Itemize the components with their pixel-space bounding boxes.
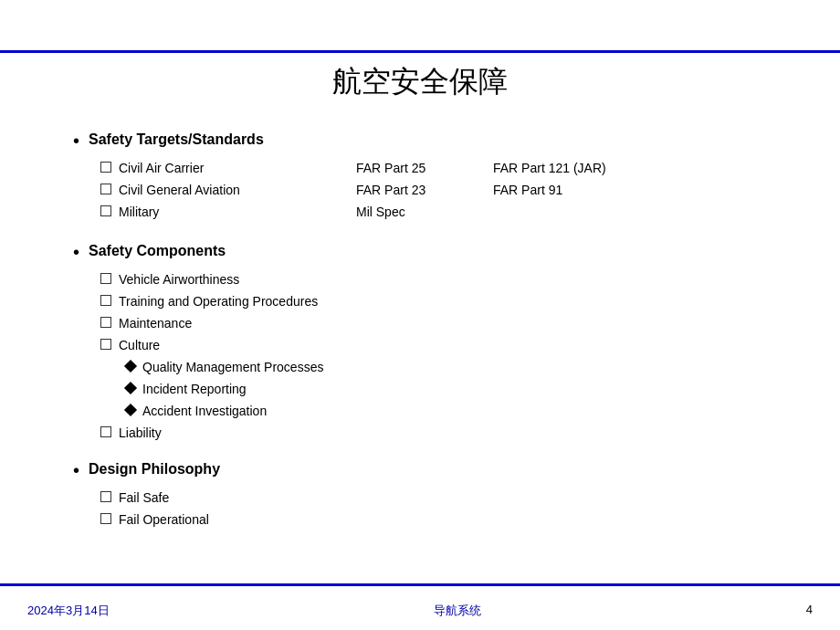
footer: 2024年3月14日 导航系统 4 (0, 603, 840, 619)
footer-date: 2024年3月14日 (27, 603, 110, 619)
military-text: Military (119, 203, 159, 222)
design-philosophy-sub-items: Fail Safe Fail Operational (100, 488, 785, 530)
vehicle-text: Vehicle Airworthiness (119, 270, 239, 289)
sub-sub-item-accident: Accident Investigation (126, 402, 785, 421)
checkbox-liability (100, 426, 111, 437)
fail-operational-text: Fail Operational (119, 510, 209, 530)
sub-item-training: Training and Operating Procedures (100, 292, 785, 311)
far-col3-empty (493, 203, 657, 222)
section-design-philosophy: • Design Philosophy Fail Safe Fail Opera… (73, 459, 785, 530)
section-safety-components: • Safety Components Vehicle Airworthines… (73, 241, 785, 443)
footer-page: 4 (806, 603, 813, 619)
sub-item-fail-safe: Fail Safe (100, 488, 785, 508)
maintenance-text: Maintenance (119, 314, 192, 333)
safety-targets-label: Safety Targets/Standards (89, 130, 264, 150)
checkbox-maintenance (100, 317, 111, 328)
accident-investigation-text: Accident Investigation (142, 402, 267, 421)
far-part-91: FAR Part 91 (493, 181, 657, 200)
civil-air-carrier-text: Civil Air Carrier (119, 159, 204, 178)
bottom-border (0, 583, 840, 586)
far-columns: Civil Air Carrier Civil General Aviation… (100, 159, 785, 225)
checkbox-training (100, 295, 111, 306)
far-col-1: Civil Air Carrier Civil General Aviation… (100, 159, 356, 225)
far-col-3: FAR Part 121 (JAR) FAR Part 91 (493, 159, 657, 225)
bullet-dot-3: • (73, 457, 79, 483)
main-content: • Safety Targets/Standards Civil Air Car… (0, 121, 840, 555)
training-text: Training and Operating Procedures (119, 292, 318, 311)
checkbox-vehicle (100, 273, 111, 284)
liability-text: Liability (119, 424, 162, 443)
safety-components-sub-items: Vehicle Airworthiness Training and Opera… (100, 270, 785, 443)
far-part-25: FAR Part 25 (356, 159, 493, 178)
sub-item-military: Military (100, 203, 356, 222)
quality-mgmt-text: Quality Management Processes (142, 358, 323, 377)
sub-item-civil-air-carrier: Civil Air Carrier (100, 159, 356, 178)
sub-item-maintenance: Maintenance (100, 314, 785, 333)
incident-reporting-text: Incident Reporting (142, 380, 247, 399)
sub-item-vehicle: Vehicle Airworthiness (100, 270, 785, 289)
diamond-icon-2 (124, 382, 137, 394)
sub-sub-item-qmp: Quality Management Processes (126, 358, 785, 377)
checkbox-civil-air (100, 162, 111, 173)
page-title: 航空安全保障 (0, 0, 840, 121)
top-border (0, 50, 840, 53)
far-part-23: FAR Part 23 (356, 181, 493, 200)
far-col-2: FAR Part 25 FAR Part 23 Mil Spec (356, 159, 493, 225)
sub-sub-item-incident: Incident Reporting (126, 380, 785, 399)
safety-components-label: Safety Components (89, 241, 226, 261)
checkbox-military (100, 205, 111, 216)
main-bullet-safety-components: • Safety Components (73, 241, 785, 265)
sub-item-civil-general: Civil General Aviation (100, 181, 356, 200)
far-part-121: FAR Part 121 (JAR) (493, 159, 657, 178)
mil-spec: Mil Spec (356, 203, 493, 222)
diamond-icon-3 (124, 404, 137, 416)
main-bullet-design-philosophy: • Design Philosophy (73, 459, 785, 483)
safety-targets-sub-items: Civil Air Carrier Civil General Aviation… (100, 159, 785, 225)
culture-sub-items: Quality Management Processes Incident Re… (126, 358, 785, 421)
bullet-dot-2: • (73, 239, 79, 265)
bullet-dot-1: • (73, 128, 79, 153)
sub-item-culture: Culture (100, 336, 785, 355)
checkbox-fail-safe (100, 491, 111, 502)
section-safety-targets: • Safety Targets/Standards Civil Air Car… (73, 130, 785, 225)
fail-safe-text: Fail Safe (119, 488, 169, 508)
checkbox-culture (100, 339, 111, 350)
checkbox-civil-general (100, 184, 111, 194)
footer-center: 导航系统 (434, 603, 481, 619)
sub-item-liability: Liability (100, 424, 785, 443)
diamond-icon-1 (124, 360, 137, 373)
main-bullet-safety-targets: • Safety Targets/Standards (73, 130, 785, 153)
culture-text: Culture (119, 336, 160, 355)
sub-item-fail-operational: Fail Operational (100, 510, 785, 530)
checkbox-fail-operational (100, 513, 111, 524)
civil-general-text: Civil General Aviation (119, 181, 240, 200)
design-philosophy-label: Design Philosophy (89, 459, 220, 479)
